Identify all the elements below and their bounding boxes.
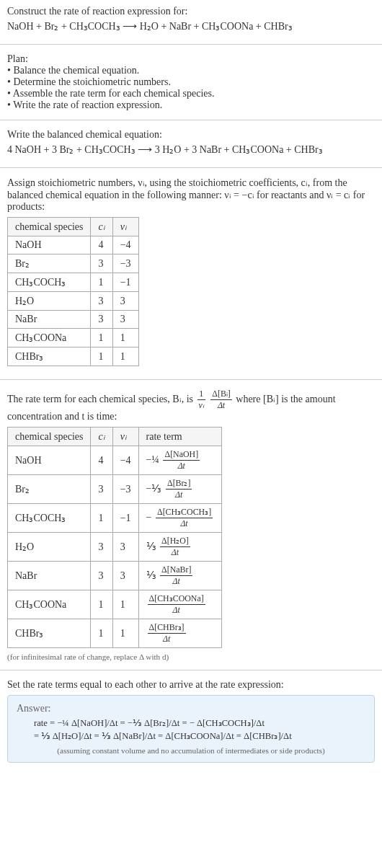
table-row: CHBr₃11 — [8, 347, 139, 366]
rate-term-cell: ⅓ Δ[H₂O]Δt — [138, 533, 222, 562]
plan-item: • Determine the stoichiometric numbers. — [7, 76, 375, 88]
plan-item: • Balance the chemical equation. — [7, 65, 375, 76]
rate-term-cell: Δ[CH₃COONa]Δt — [138, 590, 222, 619]
divider — [0, 167, 382, 168]
table-row: NaBr33 — [8, 311, 139, 329]
col-header: cᵢ — [91, 428, 112, 446]
assumption-note: (assuming constant volume and no accumul… — [17, 746, 365, 755]
rate-expression-line: rate = −¼ Δ[NaOH]/Δt = −⅓ Δ[Br₂]/Δt = − … — [34, 717, 365, 729]
rate-term-cell: Δ[CHBr₃]Δt — [138, 619, 222, 648]
one-over-nu-fraction: 1 νᵢ — [197, 389, 205, 411]
table-row: H₂O33 — [8, 292, 139, 311]
divider — [0, 670, 382, 670]
table-row: CH₃COCH₃ 1 −1 − Δ[CH₃COCH₃]Δt — [8, 504, 222, 533]
table-row: Br₂3−3 — [8, 254, 139, 273]
infinitesimal-note: (for infinitesimal rate of change, repla… — [7, 652, 375, 661]
stoich-table: chemical species cᵢ νᵢ NaOH4−4 Br₂3−3 CH… — [7, 217, 139, 366]
rate-term-cell: − Δ[CH₃COCH₃]Δt — [138, 504, 222, 533]
answer-box: Answer: rate = −¼ Δ[NaOH]/Δt = −⅓ Δ[Br₂]… — [7, 695, 375, 763]
table-row: NaOH4−4 — [8, 236, 139, 254]
stoich-intro: Assign stoichiometric numbers, νᵢ, using… — [7, 177, 375, 213]
rate-term-cell: −¼ Δ[NaOH]Δt — [138, 446, 222, 475]
col-header: cᵢ — [91, 218, 112, 236]
balanced-label: Write the balanced chemical equation: — [7, 129, 375, 141]
table-header-row: chemical species cᵢ νᵢ — [8, 218, 139, 236]
unbalanced-equation: NaOH + Br₂ + CH₃COCH₃ ⟶ H₂O + NaBr + CH₃… — [7, 20, 375, 32]
dBi-dt-fraction: Δ[Bᵢ] Δt — [210, 389, 232, 411]
rate-expression-line: = ⅓ Δ[H₂O]/Δt = ⅓ Δ[NaBr]/Δt = Δ[CH₃COON… — [34, 730, 365, 742]
col-header: chemical species — [8, 428, 91, 446]
divider — [0, 44, 382, 45]
rate-intro-text: The rate term for each chemical species,… — [7, 394, 193, 404]
rate-term-cell: ⅓ Δ[NaBr]Δt — [138, 562, 222, 590]
col-header: rate term — [138, 428, 222, 446]
col-header: νᵢ — [112, 218, 138, 236]
balanced-equation: 4 NaOH + 3 Br₂ + CH₃COCH₃ ⟶ 3 H₂O + 3 Na… — [7, 143, 375, 156]
table-row: NaBr 3 3 ⅓ Δ[NaBr]Δt — [8, 562, 222, 590]
rate-term-cell: −⅓ Δ[Br₂]Δt — [138, 475, 222, 504]
col-header: νᵢ — [112, 428, 138, 446]
col-header: chemical species — [8, 218, 91, 236]
table-row: H₂O 3 3 ⅓ Δ[H₂O]Δt — [8, 533, 222, 562]
table-row: CH₃COCH₃1−1 — [8, 273, 139, 292]
divider — [0, 120, 382, 120]
rate-term-table: chemical species cᵢ νᵢ rate term NaOH 4 … — [7, 427, 222, 648]
final-label: Set the rate terms equal to each other t… — [7, 679, 375, 691]
divider — [0, 379, 382, 380]
table-row: CHBr₃ 1 1 Δ[CHBr₃]Δt — [8, 619, 222, 648]
plan-label: Plan: — [7, 53, 375, 65]
plan-item: • Write the rate of reaction expression. — [7, 99, 375, 111]
plan-item: • Assemble the rate term for each chemic… — [7, 88, 375, 99]
page-title: Construct the rate of reaction expressio… — [7, 6, 375, 17]
table-header-row: chemical species cᵢ νᵢ rate term — [8, 428, 222, 446]
table-row: Br₂ 3 −3 −⅓ Δ[Br₂]Δt — [8, 475, 222, 504]
answer-label: Answer: — [17, 703, 365, 714]
table-row: CH₃COONa11 — [8, 329, 139, 347]
table-row: CH₃COONa 1 1 Δ[CH₃COONa]Δt — [8, 590, 222, 619]
table-row: NaOH 4 −4 −¼ Δ[NaOH]Δt — [8, 446, 222, 475]
